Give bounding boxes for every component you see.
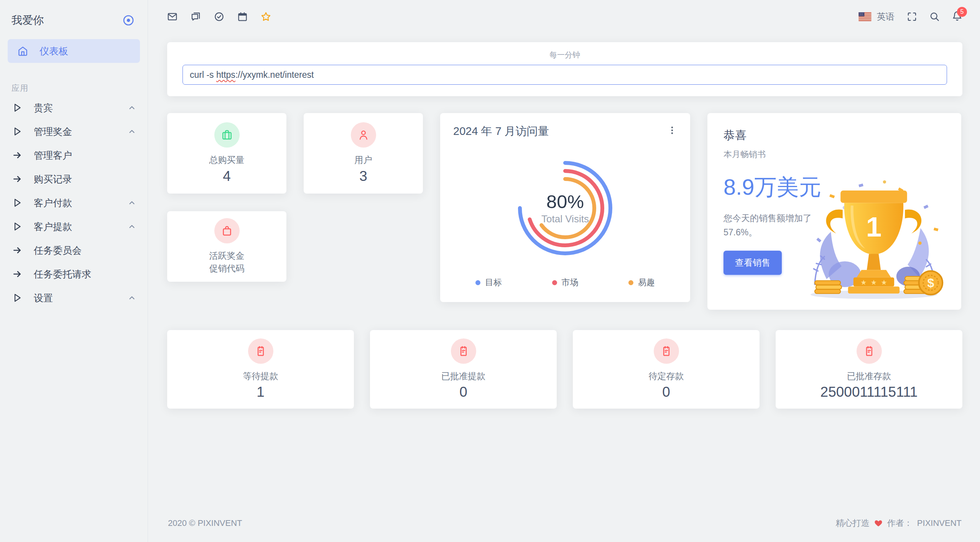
- search-icon[interactable]: [929, 11, 940, 22]
- footer-author-label: 作者：: [887, 517, 913, 529]
- view-sales-button[interactable]: 查看销售: [723, 251, 782, 275]
- sidebar-item-settings[interactable]: 设置: [0, 286, 148, 310]
- chevron-up-icon: [128, 222, 136, 231]
- chevron-up-icon: [128, 127, 136, 136]
- cron-command-prefix: curl -s: [190, 70, 216, 80]
- shopping-bag-icon: [221, 225, 233, 237]
- topbar-shortcuts: [167, 11, 271, 22]
- us-flag-icon: [858, 12, 871, 21]
- svg-text:$: $: [927, 276, 934, 290]
- sidebar-item-label: 仪表板: [39, 45, 68, 57]
- chart-title: 2024 年 7 月访问量: [453, 124, 549, 139]
- legend-dot: [628, 280, 633, 285]
- stat-label: 已批准提款: [441, 370, 485, 383]
- stats-row: 总购买量 4 活跃奖金促销代码 用户 3: [167, 113, 962, 310]
- home-icon: [18, 46, 28, 56]
- svg-text:★: ★: [871, 279, 877, 286]
- sidebar-item-label: 客户付款: [34, 197, 72, 209]
- brand-title: 我爱你: [12, 13, 44, 28]
- stat-value: 2500011115111: [821, 384, 918, 400]
- topbar-tools: 英语 5: [858, 11, 962, 23]
- sidebar-item-purchase-history[interactable]: 购买记录: [0, 167, 148, 191]
- stat-label-line2: 促销代码: [209, 263, 245, 273]
- sidebar-item-label: 管理客户: [34, 149, 72, 162]
- sidebar-item-label: 任务委员会: [34, 244, 82, 257]
- pending-withdrawals-card: 等待提款 1: [167, 330, 354, 409]
- svg-text:★: ★: [881, 279, 887, 286]
- sidebar-item-manage-customers[interactable]: 管理客户: [0, 143, 148, 167]
- pending-deposits-card: 待定存款 0: [573, 330, 760, 409]
- withdraw-deposit-row: 等待提款 1 已批准提款 0 待定存款 0 已: [167, 330, 962, 409]
- topbar: 英语 5: [167, 0, 962, 33]
- kebab-menu-icon[interactable]: [667, 125, 677, 135]
- stat-label: 等待提款: [243, 370, 278, 383]
- stat-value: 1: [257, 384, 265, 400]
- main-area: 英语 5 每一分钟 curl -s https://yxymk.net/inte…: [148, 0, 980, 542]
- legend-dot: [552, 280, 557, 285]
- play-icon: [12, 126, 22, 136]
- arrow-right-icon: [12, 150, 22, 160]
- cron-command-input[interactable]: curl -s https://yxymk.net/interest: [183, 65, 947, 85]
- journal-icon: [458, 345, 469, 357]
- notifications-button[interactable]: 5: [952, 11, 962, 23]
- stat-label: 已批准存款: [847, 370, 891, 383]
- play-icon: [12, 222, 22, 232]
- sidebar-item-label: 管理奖金: [34, 125, 72, 138]
- chart-center-label: Total Visits: [541, 213, 589, 225]
- sidebar-item-label: 贵宾: [34, 102, 53, 114]
- stat-value: 0: [662, 384, 670, 400]
- legend-label: 目标: [485, 277, 502, 288]
- journal-icon: [863, 345, 875, 357]
- cron-schedule-label: 每一分钟: [183, 50, 947, 60]
- chevron-up-icon: [128, 294, 136, 302]
- language-label: 英语: [877, 11, 894, 23]
- sidebar-item-task-requests[interactable]: 任务委托请求: [0, 262, 148, 286]
- briefcase-icon: [221, 129, 233, 141]
- chevron-up-icon: [128, 103, 136, 112]
- notification-badge: 5: [957, 7, 967, 17]
- app-root: 我爱你 仪表板 应用 贵宾 管理奖金 管理客户 购买记录 客: [0, 0, 980, 542]
- sidebar-toggle-icon[interactable]: [122, 14, 135, 26]
- mail-icon[interactable]: [167, 11, 178, 22]
- radial-bar-chart: 80% Total Visits: [517, 160, 613, 256]
- sidebar-item-customer-withdrawals[interactable]: 客户提款: [0, 215, 148, 238]
- sidebar-item-label: 客户提款: [34, 220, 72, 233]
- trophy-illustration: 1 ★ ★ ★: [793, 172, 954, 306]
- cron-command-scheme: https: [216, 70, 235, 80]
- language-selector[interactable]: 英语: [858, 11, 894, 23]
- arrow-right-icon: [12, 174, 22, 184]
- footer-author[interactable]: PIXINVENT: [917, 518, 962, 528]
- users-card: 用户 3: [304, 113, 423, 194]
- chat-icon[interactable]: [191, 11, 201, 22]
- cron-command-rest: ://yxymk.net/interest: [235, 70, 314, 80]
- stat-label: 总购买量: [209, 154, 245, 166]
- total-purchases-card: 总购买量 4: [167, 113, 286, 194]
- chart-center-value: 80%: [546, 191, 584, 212]
- sidebar-item-task-committee[interactable]: 任务委员会: [0, 238, 148, 262]
- calendar-icon[interactable]: [237, 11, 248, 22]
- stat-value: 4: [223, 168, 231, 184]
- sidebar-item-label: 任务委托请求: [34, 268, 91, 281]
- sidebar-item-dashboard[interactable]: 仪表板: [8, 39, 140, 63]
- stat-value: 0: [459, 384, 467, 400]
- approved-deposits-card: 已批准存款 2500011115111: [776, 330, 962, 409]
- sidebar-header: 我爱你: [0, 13, 148, 28]
- sidebar-item-customer-payments[interactable]: 客户付款: [0, 191, 148, 215]
- chart-legend: 目标 市场 易趣: [453, 277, 677, 291]
- arrow-right-icon: [12, 269, 22, 279]
- footer: 2020 © PIXINVENT 精心打造 作者： PIXINVENT: [167, 508, 962, 542]
- play-icon: [12, 198, 22, 208]
- stat-label-line1: 活跃奖金: [209, 251, 245, 261]
- congrats-card: 恭喜 本月畅销书 8.9万美元 您今天的销售额增加了 57.6%。 查看销售: [707, 113, 961, 310]
- sidebar-item-manage-bonus[interactable]: 管理奖金: [0, 120, 148, 143]
- footer-copyright: 2020 © PIXINVENT: [168, 518, 242, 528]
- check-circle-icon[interactable]: [214, 11, 224, 22]
- fullscreen-icon[interactable]: [907, 11, 917, 22]
- sidebar-item-vip[interactable]: 贵宾: [0, 96, 148, 120]
- heart-icon: [874, 519, 883, 527]
- cron-panel: 每一分钟 curl -s https://yxymk.net/interest: [167, 42, 962, 96]
- active-promo-card: 活跃奖金促销代码: [167, 211, 286, 282]
- congrats-title: 恭喜: [723, 128, 961, 143]
- star-icon[interactable]: [261, 11, 271, 22]
- sidebar-section-apps: 应用: [12, 83, 148, 94]
